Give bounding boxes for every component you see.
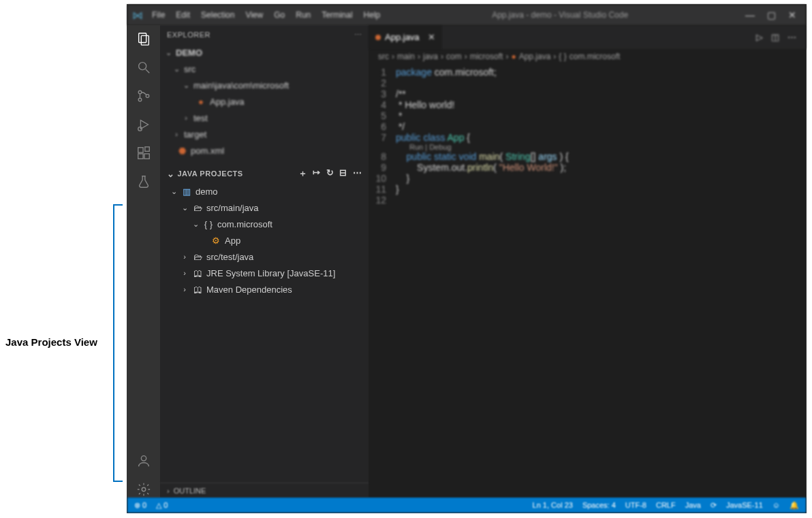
editor-area: App.java ✕ ▷ ◫ ⋯ src› main› java› com› m… bbox=[369, 25, 806, 498]
menu-bar[interactable]: File Edit Selection View Go Run Terminal… bbox=[148, 10, 384, 20]
annotation-java-projects-view: Java Projects View bbox=[5, 336, 97, 348]
status-encoding[interactable]: UTF-8 bbox=[625, 501, 646, 509]
svg-line-3 bbox=[146, 69, 150, 74]
outline-header[interactable]: ›OUTLINE bbox=[160, 483, 369, 498]
breadcrumb[interactable]: src› main› java› com› microsoft› ●App.ja… bbox=[369, 49, 806, 64]
xml-file-icon: ⬣ bbox=[176, 146, 187, 156]
bracket-view bbox=[113, 204, 123, 482]
status-errors[interactable]: ⊗ 0 bbox=[134, 501, 146, 510]
tree-row[interactable]: ›test bbox=[160, 110, 369, 126]
status-jdk[interactable]: JavaSE-11 bbox=[726, 501, 763, 509]
svg-rect-10 bbox=[138, 154, 143, 159]
tree-row[interactable]: ⬣pom.xml bbox=[160, 142, 369, 159]
side-bar: EXPLORER ⋯ ⌄DEMO ⌄src ⌄main\java\com\mic… bbox=[160, 25, 369, 498]
svg-point-5 bbox=[138, 98, 142, 101]
status-eol[interactable]: CRLF bbox=[656, 501, 676, 509]
tree-row[interactable]: ⌄DEMO bbox=[160, 44, 369, 61]
package-node[interactable]: ⌄{ }com.microsoft bbox=[160, 216, 369, 232]
svg-rect-12 bbox=[145, 147, 149, 151]
explorer-tree: ⌄DEMO ⌄src ⌄main\java\com\microsoft ●App… bbox=[160, 44, 369, 164]
svg-rect-9 bbox=[138, 148, 143, 152]
library-icon: 🕮 bbox=[192, 285, 203, 295]
activity-bar bbox=[127, 25, 160, 498]
code-editor[interactable]: 1package com.microsoft; 2 3/** 4 * Hello… bbox=[369, 64, 806, 498]
java-file-icon bbox=[375, 35, 381, 40]
testing-icon[interactable] bbox=[136, 174, 152, 190]
more-icon[interactable]: ⋯ bbox=[787, 32, 796, 42]
menu-terminal[interactable]: Terminal bbox=[317, 10, 356, 20]
svg-rect-11 bbox=[144, 154, 149, 159]
tab-label: App.java bbox=[385, 32, 420, 42]
tree-row[interactable]: ⌄main\java\com\microsoft bbox=[160, 77, 369, 93]
svg-point-14 bbox=[142, 487, 146, 491]
menu-go[interactable]: Go bbox=[270, 10, 289, 20]
more-actions-icon[interactable]: ⋯ bbox=[353, 167, 362, 180]
close-tab-icon[interactable]: ✕ bbox=[428, 32, 435, 42]
menu-view[interactable]: View bbox=[241, 10, 267, 20]
source-folder-node[interactable]: ⌄🗁src/main/java bbox=[160, 199, 369, 216]
svg-point-13 bbox=[141, 456, 146, 461]
more-icon[interactable]: ⋯ bbox=[354, 31, 362, 39]
window-controls: — ▢ ✕ bbox=[736, 10, 806, 20]
project-node[interactable]: ⌄▥demo bbox=[160, 183, 369, 199]
tab-app-java[interactable]: App.java ✕ bbox=[369, 25, 443, 49]
close-icon[interactable]: ✕ bbox=[788, 10, 796, 20]
accounts-icon[interactable] bbox=[136, 453, 152, 469]
notifications-icon[interactable]: 🔔 bbox=[790, 501, 799, 510]
source-control-icon[interactable] bbox=[136, 88, 152, 104]
minimize-icon[interactable]: — bbox=[745, 10, 755, 20]
menu-selection[interactable]: Selection bbox=[197, 10, 238, 20]
status-spaces[interactable]: Spaces: 4 bbox=[582, 501, 616, 509]
source-folder-icon: 🗁 bbox=[192, 252, 203, 262]
extensions-icon[interactable] bbox=[136, 145, 152, 161]
maven-deps-node[interactable]: ›🕮Maven Dependencies bbox=[160, 281, 369, 297]
refresh-icon[interactable]: ↻ bbox=[326, 167, 334, 180]
split-editor-icon[interactable]: ◫ bbox=[771, 32, 779, 42]
export-jar-icon[interactable]: ↦ bbox=[313, 167, 321, 180]
run-debug-icon[interactable] bbox=[136, 116, 152, 133]
maximize-icon[interactable]: ▢ bbox=[767, 10, 776, 20]
feedback-icon[interactable]: ☺ bbox=[772, 501, 780, 509]
status-warnings[interactable]: △ 0 bbox=[156, 501, 168, 510]
collapse-all-icon[interactable]: ⊟ bbox=[339, 167, 347, 180]
library-icon: 🕮 bbox=[192, 268, 203, 278]
java-projects-toolbar: ＋ ↦ ↻ ⊟ ⋯ bbox=[298, 167, 362, 180]
source-folder-icon: 🗁 bbox=[192, 203, 203, 213]
svg-rect-0 bbox=[139, 33, 146, 43]
class-node[interactable]: ⚙App bbox=[160, 232, 369, 248]
jre-library-node[interactable]: ›🕮JRE System Library [JavaSE-11] bbox=[160, 265, 369, 281]
java-file-icon: ● bbox=[196, 97, 206, 107]
status-position[interactable]: Ln 1, Col 23 bbox=[533, 501, 573, 509]
svg-rect-1 bbox=[141, 35, 149, 45]
search-icon[interactable] bbox=[136, 59, 152, 76]
tree-row[interactable]: ●App.java bbox=[160, 93, 369, 110]
svg-point-6 bbox=[146, 95, 149, 98]
vscode-logo-icon: ⋈ bbox=[127, 9, 148, 22]
svg-point-4 bbox=[138, 91, 142, 94]
source-folder-node[interactable]: ›🗁src/test/java bbox=[160, 248, 369, 265]
run-icon[interactable]: ▷ bbox=[756, 32, 763, 42]
java-projects-title: JAVA PROJECTS bbox=[178, 169, 243, 178]
menu-help[interactable]: Help bbox=[360, 10, 385, 20]
project-icon: ▥ bbox=[181, 187, 192, 197]
tree-row[interactable]: ›target bbox=[160, 126, 369, 142]
status-sync-icon[interactable]: ⟳ bbox=[710, 501, 717, 510]
settings-gear-icon[interactable] bbox=[136, 481, 152, 498]
status-language[interactable]: Java bbox=[685, 501, 701, 509]
svg-point-2 bbox=[139, 63, 146, 70]
new-project-icon[interactable]: ＋ bbox=[298, 167, 308, 180]
class-icon: ⚙ bbox=[210, 236, 221, 246]
package-icon: { } bbox=[203, 219, 214, 229]
explorer-header[interactable]: EXPLORER ⋯ bbox=[160, 25, 369, 44]
tree-row[interactable]: ⌄src bbox=[160, 61, 369, 77]
title-bar: ⋈ File Edit Selection View Go Run Termin… bbox=[127, 5, 806, 25]
window-title: App.java - demo - Visual Studio Code bbox=[384, 10, 736, 20]
menu-edit[interactable]: Edit bbox=[172, 10, 194, 20]
menu-run[interactable]: Run bbox=[292, 10, 315, 20]
status-bar: ⊗ 0 △ 0 Ln 1, Col 23 Spaces: 4 UTF-8 CRL… bbox=[127, 498, 806, 513]
explorer-title: EXPLORER bbox=[167, 31, 210, 39]
java-projects-header[interactable]: ⌄JAVA PROJECTS ＋ ↦ ↻ ⊟ ⋯ bbox=[160, 164, 369, 183]
vscode-window: ⋈ File Edit Selection View Go Run Termin… bbox=[127, 4, 807, 513]
menu-file[interactable]: File bbox=[148, 10, 169, 20]
explorer-icon[interactable] bbox=[136, 31, 152, 47]
